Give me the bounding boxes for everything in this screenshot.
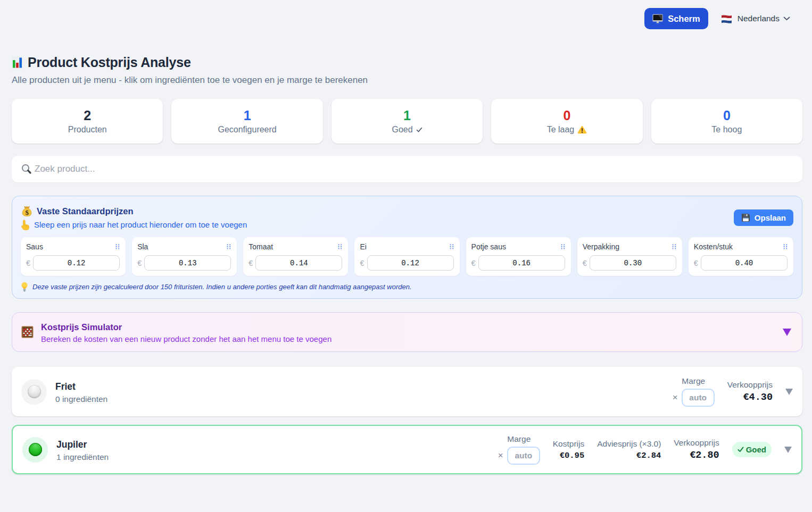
svg-text:$: $ xyxy=(26,208,29,216)
